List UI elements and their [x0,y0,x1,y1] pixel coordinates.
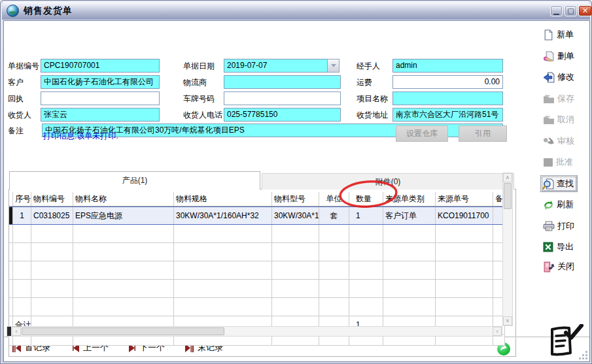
grid-cell [13,298,31,316]
grid-cell [319,298,349,316]
grid-cell: 序号 [13,192,31,206]
grid-cell [272,261,319,279]
window-title: 销售发货单 [24,5,73,17]
grid-cell [349,225,383,242]
table-empty-row [9,261,505,280]
print-icon [543,221,555,231]
scroll-left-icon[interactable]: ‹ [12,327,21,336]
sidebar-item-close[interactable]: 关闭 [543,258,574,275]
grid-cell: 1 [349,207,383,224]
grid-cell: 客户订单 [383,207,436,224]
doc-no-field[interactable]: CPC190707001 [41,59,160,73]
grid-cell: 来源单号 [436,192,493,206]
table-header-row[interactable]: 序号物料编号物料名称物料规格物料型号单位数量来源单类别来源单号备注 [9,192,505,207]
titlebar[interactable]: 销售发货单 ▁ ▢ ✕ [2,2,590,20]
minimize-button[interactable]: ▁ [550,5,563,16]
grid-corner-marker [7,327,11,336]
sidebar-item-modify[interactable]: 修改 [543,69,574,86]
project-field[interactable] [392,91,503,105]
receipt-field[interactable] [41,91,160,105]
grid-cell [174,280,272,297]
customer-label: 客户 [8,78,24,87]
table-row[interactable]: 1C0318025EPS应急电源30KW/30A*1/160AH*3230KW/… [9,207,505,225]
table-empty-row [9,298,505,316]
grid-cell [349,243,383,261]
grid-cell: 物料规格 [174,192,272,206]
chevron-down-icon [331,64,336,67]
table-empty-row [9,280,505,298]
tab-products[interactable]: 产品(1) [9,171,260,190]
cancel-icon [543,114,555,125]
address-field[interactable]: 南京市六合区大厂沿河路51号 [392,108,503,122]
grid-cell: 数量 [349,192,383,206]
plate-no-field[interactable] [224,91,341,105]
approve-icon [543,157,553,167]
grid-cell [319,225,349,242]
quote-button[interactable]: 引用 [459,125,507,142]
grid-cell [13,225,31,242]
grid-cell [13,280,31,297]
grid-cell [31,243,73,261]
grid-cell: C0318025 [31,207,73,224]
doc-no-label: 单据编号 [8,61,39,71]
items-table: 序号物料编号物料名称物料规格物料型号单位数量来源单类别来源单号备注1C03180… [9,192,505,346]
scroll-right-icon[interactable]: › [493,327,502,336]
grid-cell [436,225,493,242]
grid-cell [383,243,436,261]
grid-cell: 来源单类别 [383,192,436,206]
new-doc-icon [543,29,554,41]
sidebar-item-find[interactable]: 查找 [540,175,578,192]
export-excel-icon [543,242,554,252]
save-icon [543,93,555,104]
sidebar-item-delete[interactable]: 删单 [543,48,574,65]
hscroll-thumb[interactable] [22,327,224,335]
grid-cell [73,225,174,242]
grid-cell: 物料编号 [31,192,73,206]
grid-cell [383,280,436,297]
grid-cell: 1 [13,207,31,224]
consignee-field[interactable]: 张宝云 [41,108,160,122]
set-warehouse-button[interactable]: 设置仓库 [396,125,448,142]
grid-cell [73,243,174,261]
sidebar-item-export[interactable]: 导出 [543,239,574,256]
grid-cell [174,298,272,316]
grid-cell [383,225,436,242]
maximize-button[interactable]: ▢ [565,5,577,16]
sidebar-item-approve: 批准 [543,154,573,171]
scroll-down-icon[interactable]: ˅ [503,316,512,325]
freight-field[interactable]: 0.00 [392,75,503,89]
handler-label: 经手人 [357,61,380,71]
remark-label: 备注 [8,126,24,135]
sales-delivery-window: 销售发货单 ▁ ▢ ✕ 单据编号 CPC190707001 客户 中国石化扬子石… [0,0,592,364]
close-button[interactable]: ✕ [578,5,592,16]
grid-cell [272,298,319,316]
vertical-scrollbar[interactable]: ˄ ˅ [502,173,513,326]
doc-date-dropdown-button[interactable] [327,59,340,73]
handler-field[interactable]: admin [392,59,503,73]
find-icon [542,178,554,190]
logistics-field[interactable] [224,75,341,89]
tab-attachments[interactable]: 附件(0) [262,173,514,190]
scroll-up-icon[interactable]: ˄ [503,173,512,182]
sidebar-item-audit: 审核 [543,133,574,150]
vscroll-thumb[interactable] [504,183,512,209]
grid-cell: 30KW/30A*1/160AH*32 [174,207,272,224]
grid-cell [174,243,272,261]
doc-date-field[interactable]: 2019-07-07 [224,59,328,73]
resize-grip[interactable] [579,351,587,359]
grid-cell: KCO19011700 [436,207,493,224]
grid-cell: 单位 [319,192,349,206]
sidebar-item-save: 保存 [543,90,574,107]
grid-cell [174,225,272,242]
sidebar-item-new[interactable]: 新单 [543,26,574,43]
grid-cell [13,243,31,261]
grid-cell [349,298,383,316]
phone-field[interactable]: 025-57785150 [224,108,341,122]
sidebar-item-print[interactable]: 打印 [543,218,574,235]
grid-cell: 套 [319,207,349,224]
grid-cell [319,243,349,261]
grid-cell [436,243,493,261]
customer-field[interactable]: 中国石化扬子石油化工有限公司 [41,75,160,89]
horizontal-scrollbar[interactable]: ‹ › [7,326,502,337]
sidebar-item-refresh[interactable]: 刷新 [543,196,574,213]
